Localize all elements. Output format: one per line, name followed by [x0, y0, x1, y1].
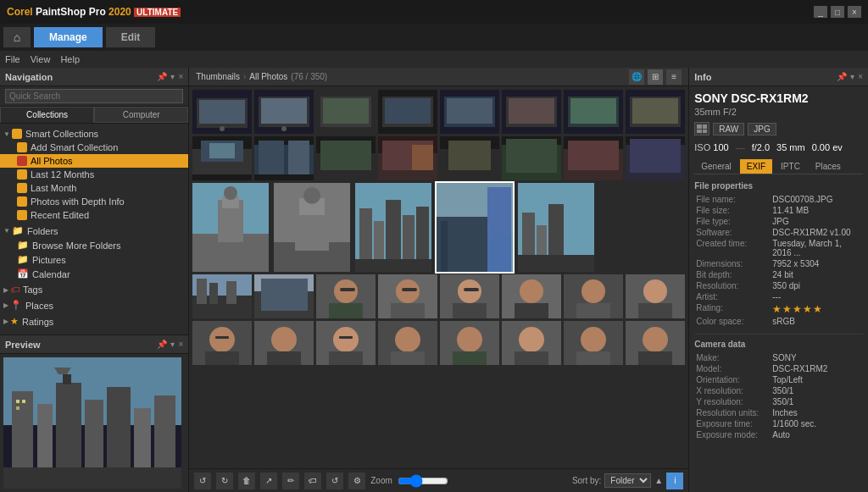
- tool-tag[interactable]: 🏷: [304, 473, 321, 489]
- tab-general[interactable]: General: [694, 159, 738, 174]
- thumbnail-item[interactable]: [316, 90, 376, 134]
- thumbnail-item[interactable]: [564, 321, 623, 365]
- tree-item-all-photos[interactable]: All Photos: [0, 154, 188, 168]
- thumbnail-item[interactable]: [192, 321, 252, 365]
- thumbnail-item[interactable]: [316, 136, 376, 180]
- file-properties-table: File name: DSC00708.JPG File size: 11.41…: [694, 194, 863, 327]
- thumbnail-item[interactable]: [316, 321, 376, 365]
- tags-header[interactable]: ▶ 🏷 Tags: [0, 283, 188, 296]
- quick-search-input[interactable]: [5, 89, 183, 103]
- tree-item-last-month[interactable]: Last Month: [0, 181, 188, 195]
- thumbnail-item[interactable]: [378, 136, 437, 180]
- tab-edit[interactable]: Edit: [106, 27, 156, 47]
- thumbnail-item[interactable]: [626, 90, 685, 134]
- tool-share[interactable]: ↗: [260, 473, 277, 489]
- close-button[interactable]: ×: [848, 6, 861, 18]
- thumbnail-item[interactable]: [564, 136, 623, 180]
- thumbnail-item[interactable]: [626, 321, 685, 365]
- thumbnail-item[interactable]: [626, 136, 685, 180]
- thumbnail-item[interactable]: [502, 274, 561, 318]
- maximize-button[interactable]: □: [831, 6, 844, 18]
- thumbnail-item[interactable]: [254, 136, 314, 180]
- panel-close-icon[interactable]: ×: [178, 72, 183, 81]
- pin-icon[interactable]: 📌: [157, 72, 167, 81]
- tool-edit[interactable]: ✏: [282, 473, 299, 489]
- ratings-header[interactable]: ▶ ★ Ratings: [0, 314, 188, 329]
- info-close-icon[interactable]: ×: [858, 72, 863, 81]
- tab-places[interactable]: Places: [809, 159, 848, 174]
- sort-select[interactable]: Folder Date Name Rating: [604, 473, 651, 488]
- recent-icon: [17, 210, 27, 220]
- menu-help[interactable]: Help: [60, 54, 80, 64]
- home-button[interactable]: ⌂: [3, 27, 31, 47]
- smart-collections-header[interactable]: ▼ Smart Collections: [0, 127, 188, 141]
- thumbnail-item[interactable]: [437, 183, 513, 272]
- tool-settings[interactable]: ⚙: [348, 473, 365, 489]
- folders-header[interactable]: ▼ 📁 Folders: [0, 224, 188, 238]
- info-tabs: General EXIF IPTC Places: [694, 159, 863, 174]
- detail-view-btn[interactable]: ≡: [666, 69, 682, 85]
- tab-computer[interactable]: Computer: [94, 107, 188, 123]
- thumbnail-item[interactable]: [192, 136, 252, 180]
- tab-collections[interactable]: Collections: [0, 107, 94, 123]
- thumbnail-item[interactable]: [502, 90, 561, 134]
- info-pin-icon[interactable]: 📌: [837, 72, 847, 81]
- thumbnail-item[interactable]: [440, 274, 499, 318]
- thumbnail-item[interactable]: [378, 321, 437, 365]
- thumbnail-item[interactable]: [254, 90, 314, 134]
- thumbnail-item[interactable]: [440, 90, 499, 134]
- thumbnail-item[interactable]: [254, 321, 314, 365]
- tree-item-last-12[interactable]: Last 12 Months: [0, 168, 188, 181]
- thumbnail-item[interactable]: [316, 274, 376, 318]
- tab-manage[interactable]: Manage: [34, 27, 103, 47]
- thumbnail-item[interactable]: [564, 274, 623, 318]
- menu-file[interactable]: File: [5, 54, 20, 64]
- tool-rotate-left[interactable]: ↺: [194, 473, 211, 489]
- tab-exif[interactable]: EXIF: [740, 159, 772, 174]
- tags-group: ▶ 🏷 Tags: [0, 283, 188, 296]
- menu-view[interactable]: View: [31, 54, 51, 64]
- thumbnail-item[interactable]: [355, 183, 431, 272]
- tree-item-recent[interactable]: Recent Edited: [0, 208, 188, 222]
- tree-item-browse-folders[interactable]: 📁 Browse More Folders: [0, 238, 188, 252]
- zoom-slider[interactable]: [398, 474, 448, 488]
- thumbnail-item[interactable]: [502, 321, 561, 365]
- tree-item-pictures[interactable]: 📁 Pictures: [0, 252, 188, 267]
- svg-rect-40: [632, 98, 678, 124]
- thumbnail-item[interactable]: [440, 321, 499, 365]
- preview-menu-icon[interactable]: ▾: [170, 340, 175, 349]
- thumbnail-item[interactable]: [626, 274, 685, 318]
- thumbnail-item[interactable]: [192, 90, 252, 134]
- window-controls[interactable]: _ □ ×: [814, 6, 861, 18]
- grid-view-btn[interactable]: ⊞: [648, 69, 663, 85]
- globe-icon-btn[interactable]: 🌐: [629, 69, 644, 85]
- exp-mode-value: Auto: [771, 429, 863, 440]
- thumbnail-item[interactable]: [192, 274, 252, 318]
- preview-close-icon[interactable]: ×: [178, 340, 183, 349]
- thumbnail-item[interactable]: [254, 274, 314, 318]
- bit-depth-value: 24 bit: [771, 269, 863, 280]
- info-icon[interactable]: i: [666, 473, 683, 489]
- thumbnail-item[interactable]: [192, 183, 269, 272]
- thumbnail-item[interactable]: [564, 90, 623, 134]
- preview-pin-icon[interactable]: 📌: [157, 340, 167, 349]
- places-header[interactable]: ▶ 📍 Places: [0, 298, 188, 312]
- tab-iptc[interactable]: IPTC: [774, 159, 807, 174]
- tree-item-add-smart[interactable]: Add Smart Collection: [0, 141, 188, 154]
- thumbnail-item[interactable]: [518, 183, 594, 272]
- thumbnail-item[interactable]: [378, 90, 437, 134]
- panel-menu-icon[interactable]: ▾: [170, 72, 175, 81]
- ascending-btn[interactable]: ▲: [654, 476, 663, 485]
- minimize-button[interactable]: _: [814, 6, 827, 18]
- tool-delete[interactable]: 🗑: [238, 473, 255, 489]
- thumbnail-item[interactable]: [440, 136, 499, 180]
- info-menu-icon[interactable]: ▾: [850, 72, 854, 81]
- thumbnail-item[interactable]: [502, 136, 561, 180]
- thumbnail-item[interactable]: [274, 183, 350, 272]
- tool-refresh[interactable]: ↺: [326, 473, 343, 489]
- tree-item-depth-info[interactable]: Photos with Depth Info: [0, 195, 188, 208]
- tree-item-calendar[interactable]: 📅 Calendar: [0, 267, 188, 281]
- x-res-label: X resolution:: [694, 385, 771, 396]
- tool-rotate-right[interactable]: ↻: [216, 473, 233, 489]
- thumbnail-item[interactable]: [378, 274, 437, 318]
